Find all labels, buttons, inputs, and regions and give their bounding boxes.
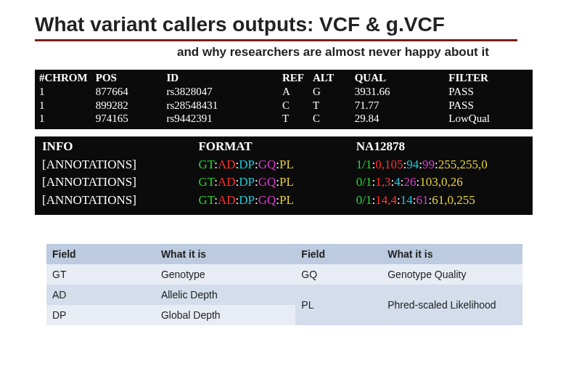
legend-header-what2: What it is (382, 244, 522, 264)
legend-cell: GT (46, 264, 155, 285)
cell: G (313, 85, 355, 99)
col-qual: QUAL (355, 71, 449, 85)
cell: C (282, 99, 313, 113)
cell: 3931.66 (355, 85, 449, 99)
format-string: GT:AD:DP:GQ:PL (198, 156, 356, 174)
cell: rs28548431 (166, 99, 282, 113)
annotations-label: [ANNOTATIONS] (42, 192, 198, 210)
cell: LowQual (448, 112, 528, 126)
cell: 899282 (96, 99, 167, 113)
legend-cell: GQ (295, 264, 382, 285)
legend-header-field: Field (46, 244, 155, 264)
col-pos: POS (96, 71, 167, 85)
legend-cell: Genotype (155, 264, 295, 285)
cell: PASS (448, 99, 528, 113)
cell: T (313, 99, 355, 113)
cell: rs9442391 (166, 112, 282, 126)
col-filter: FILTER (448, 71, 528, 85)
cell: PASS (448, 85, 528, 99)
col-chrom: #CHROM (39, 71, 96, 85)
legend-cell: DP (46, 305, 155, 325)
col-ref: REF (282, 71, 313, 85)
legend-header-what: What it is (155, 244, 295, 264)
cell: 974165 (96, 112, 167, 126)
format-string: GT:AD:DP:GQ:PL (198, 192, 356, 210)
cell: 71.77 (355, 99, 449, 113)
cell: rs3828047 (166, 85, 282, 99)
sample-values: 1/1:0,105:94:99:255,255,0 (356, 156, 528, 174)
legend-header-field2: Field (295, 244, 382, 264)
sample-values: 0/1:14,4:14:61:61,0,255 (356, 192, 528, 210)
legend-cell: Allelic Depth (155, 285, 295, 305)
cell: A (282, 85, 313, 99)
vcf-sample-block: INFO FORMAT NA12878 [ANNOTATIONS] GT:AD:… (35, 136, 533, 215)
legend-cell: Phred-scaled Likelihood (382, 285, 522, 325)
annotations-label: [ANNOTATIONS] (42, 156, 198, 174)
legend-cell: Global Depth (155, 305, 295, 325)
cell: T (282, 112, 313, 126)
sample-values: 0/1:1,3:4:26:103,0,26 (356, 173, 528, 192)
col-alt: ALT (313, 71, 355, 85)
cell: 877664 (96, 85, 167, 99)
format-string: GT:AD:DP:GQ:PL (198, 173, 356, 192)
cell: 1 (39, 99, 96, 113)
vcf-header-block: #CHROM POS ID REF ALT QUAL FILTER 1 8776… (35, 70, 533, 129)
legend-cell: Genotype Quality (382, 264, 522, 285)
slide-subtitle: and why researchers are almost never hap… (177, 45, 489, 60)
cell: 29.84 (355, 112, 449, 126)
col-format: FORMAT (198, 138, 356, 156)
col-info: INFO (42, 138, 198, 156)
cell: 1 (39, 85, 96, 99)
cell: C (313, 112, 355, 126)
cell: 1 (39, 112, 96, 126)
slide-title: What variant callers outputs: VCF & g.VC… (35, 13, 517, 41)
legend-cell: AD (46, 285, 155, 305)
field-legend-table: Field What it is Field What it is GT Gen… (46, 244, 522, 325)
annotations-label: [ANNOTATIONS] (42, 173, 198, 192)
legend-cell: PL (295, 285, 382, 325)
col-id: ID (166, 71, 282, 85)
col-sample: NA12878 (356, 138, 528, 156)
